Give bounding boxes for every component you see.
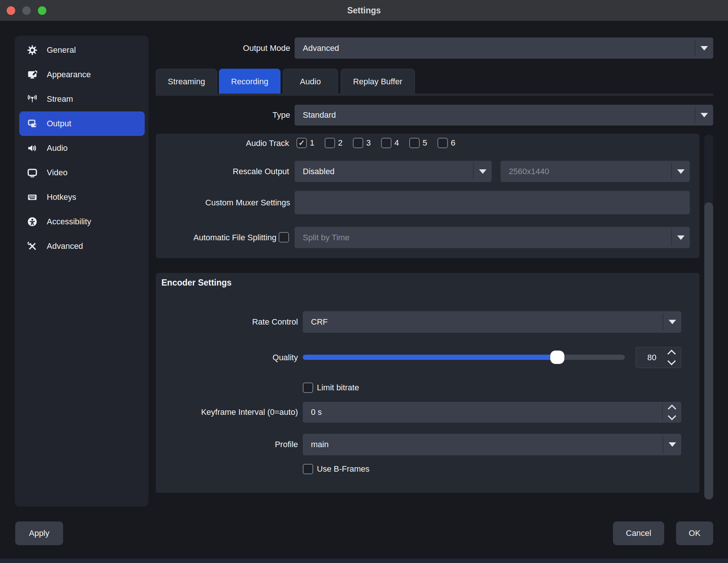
tab-streaming[interactable]: Streaming — [156, 69, 217, 94]
sidebar-item-accessibility[interactable]: Accessibility — [19, 209, 145, 234]
keyframe-interval-spinbox[interactable]: 0 s — [303, 402, 681, 423]
sidebar-item-video[interactable]: Video — [19, 160, 145, 185]
quality-slider-knob[interactable] — [550, 351, 564, 364]
zoom-icon[interactable] — [38, 6, 46, 15]
quality-label: Quality — [156, 347, 298, 368]
audio-track-label: Audio Track — [156, 138, 289, 149]
sidebar-item-audio[interactable]: Audio — [19, 136, 145, 160]
minimize-icon[interactable] — [22, 6, 31, 15]
sidebar-item-label: Appearance — [47, 70, 91, 79]
monitor-icon — [27, 167, 38, 178]
gear-icon — [27, 45, 38, 56]
tab-recording[interactable]: Recording — [219, 69, 281, 94]
keyframe-interval-label: Keyframe Interval (0=auto) — [156, 402, 298, 423]
type-label: Type — [156, 105, 290, 126]
traffic-lights — [7, 0, 46, 21]
type-select[interactable]: Standard — [295, 105, 713, 126]
keyboard-icon — [27, 192, 38, 203]
appearance-icon — [27, 69, 38, 80]
tab-underline — [156, 94, 713, 96]
sidebar-item-label: Video — [47, 168, 68, 178]
settings-window: Settings General — [0, 0, 728, 563]
stream-icon — [27, 94, 38, 105]
file-splitting-mode-select[interactable]: Split by Time — [295, 227, 690, 248]
encoder-settings-header: Encoder Settings — [161, 278, 232, 288]
rate-control-select[interactable]: CRF — [303, 311, 681, 333]
chevron-down-icon — [669, 442, 676, 447]
window-title: Settings — [347, 6, 381, 16]
chevron-down-icon — [677, 169, 685, 174]
rescale-mode-select[interactable]: Disabled — [295, 161, 492, 182]
use-b-frames-checkbox[interactable] — [303, 464, 313, 474]
scrollbar-thumb[interactable] — [704, 202, 713, 499]
audio-track-6-checkbox[interactable] — [437, 138, 448, 148]
sidebar-item-label: General — [47, 45, 76, 55]
chevron-down-icon — [701, 46, 708, 51]
quality-slider[interactable] — [303, 355, 625, 360]
use-b-frames-label: Use B-Frames — [317, 464, 370, 474]
close-icon[interactable] — [7, 6, 15, 15]
sidebar-item-label: Output — [47, 119, 71, 128]
sidebar-item-advanced[interactable]: Advanced — [19, 234, 145, 258]
tab-replay-buffer[interactable]: Replay Buffer — [341, 69, 415, 94]
custom-muxer-label: Custom Muxer Settings — [156, 191, 290, 214]
window-bottom-edge — [0, 559, 728, 563]
chevron-down-icon — [669, 320, 676, 324]
profile-label: Profile — [156, 434, 298, 455]
sidebar-item-label: Advanced — [47, 241, 83, 251]
rate-control-label: Rate Control — [156, 311, 298, 333]
custom-muxer-input[interactable] — [295, 191, 690, 214]
sidebar-item-output[interactable]: Output — [19, 111, 145, 136]
audio-track-3-checkbox[interactable] — [353, 138, 363, 148]
quality-slider-fill — [303, 355, 557, 360]
sidebar-item-appearance[interactable]: Appearance — [19, 62, 145, 87]
audio-track-2-checkbox[interactable] — [325, 138, 335, 148]
sidebar: General Appearance Stream — [15, 36, 148, 507]
output-mode-select[interactable]: Advanced — [295, 38, 713, 59]
spin-down-icon[interactable] — [668, 357, 676, 365]
limit-bitrate-label: Limit bitrate — [317, 383, 359, 393]
speaker-icon — [27, 143, 38, 154]
audio-track-5-checkbox[interactable] — [409, 138, 420, 148]
sidebar-item-label: Audio — [47, 143, 68, 153]
limit-bitrate-checkbox[interactable] — [303, 383, 313, 393]
chevron-down-icon — [479, 169, 486, 174]
sidebar-item-label: Accessibility — [47, 217, 91, 227]
profile-select[interactable]: main — [303, 434, 681, 455]
sidebar-item-label: Stream — [47, 94, 73, 104]
encoder-settings-panel — [156, 273, 699, 493]
sidebar-item-hotkeys[interactable]: Hotkeys — [19, 185, 145, 209]
rescale-output-label: Rescale Output — [156, 161, 289, 182]
cancel-button[interactable]: Cancel — [613, 521, 664, 545]
spin-down-icon[interactable] — [668, 411, 676, 420]
chevron-down-icon — [701, 113, 708, 117]
rescale-resolution-select[interactable]: 2560x1440 — [501, 161, 690, 182]
audio-track-4-checkbox[interactable] — [381, 138, 391, 148]
chevron-down-icon — [677, 235, 685, 240]
quality-spinbox[interactable]: 80 — [636, 347, 681, 368]
output-icon — [27, 118, 38, 129]
sidebar-item-stream[interactable]: Stream — [19, 87, 145, 111]
file-splitting-checkbox[interactable] — [279, 232, 289, 243]
file-splitting-label: Automatic File Splitting — [156, 227, 276, 248]
output-mode-label: Output Mode — [156, 38, 290, 59]
accessibility-icon — [27, 216, 38, 227]
titlebar: Settings — [0, 0, 728, 21]
tab-audio[interactable]: Audio — [283, 69, 338, 94]
sidebar-item-label: Hotkeys — [47, 192, 76, 202]
audio-track-1-checkbox[interactable]: ✓ — [296, 138, 307, 148]
tools-icon — [27, 241, 38, 252]
sidebar-item-general[interactable]: General — [19, 38, 145, 62]
ok-button[interactable]: OK — [676, 521, 713, 545]
check-icon: ✓ — [298, 139, 305, 147]
apply-button[interactable]: Apply — [15, 521, 63, 545]
